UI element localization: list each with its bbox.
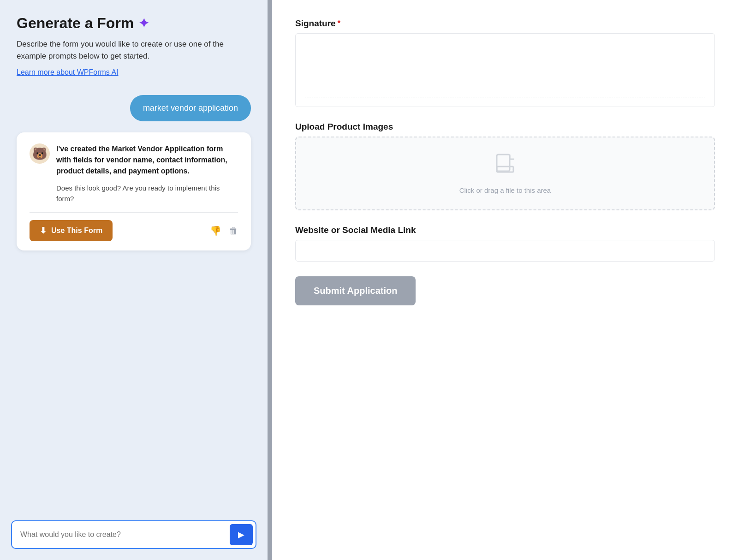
signature-line bbox=[305, 97, 705, 97]
sparkle-icon: ✦ bbox=[138, 17, 149, 30]
input-wrapper: ▶ bbox=[11, 520, 256, 549]
signature-label: Signature * bbox=[295, 18, 715, 29]
avatar: 🐻 bbox=[30, 143, 50, 164]
panel-header: Generate a Form ✦ Describe the form you … bbox=[17, 15, 251, 89]
panel-description: Describe the form you would like to crea… bbox=[17, 38, 251, 62]
website-label: Website or Social Media Link bbox=[295, 225, 715, 235]
svg-rect-0 bbox=[497, 155, 510, 171]
response-sub-text: Does this look good? Are you ready to im… bbox=[56, 183, 238, 204]
response-content: I've created the Market Vendor Applicati… bbox=[56, 143, 238, 212]
title-text: Generate a Form bbox=[17, 15, 134, 32]
panel-title: Generate a Form ✦ bbox=[17, 15, 251, 32]
upload-label: Upload Product Images bbox=[295, 122, 715, 132]
svg-point-2 bbox=[513, 169, 514, 170]
divider bbox=[30, 212, 238, 213]
submit-label: Submit Application bbox=[314, 286, 397, 296]
thumbs-down-icon[interactable]: 👎 bbox=[210, 225, 221, 236]
card-actions: 👎 🗑 bbox=[210, 225, 238, 236]
signature-section: Signature * bbox=[295, 18, 715, 107]
learn-more-link[interactable]: Learn more about WPForms AI bbox=[17, 68, 119, 77]
response-card-header: 🐻 I've created the Market Vendor Applica… bbox=[30, 143, 238, 212]
required-star: * bbox=[338, 19, 340, 28]
signature-box[interactable] bbox=[295, 33, 715, 107]
upload-section: Upload Product Images Click or drag a fi… bbox=[295, 122, 715, 210]
response-card: 🐻 I've created the Market Vendor Applica… bbox=[17, 132, 251, 250]
left-panel: Generate a Form ✦ Describe the form you … bbox=[0, 0, 268, 560]
send-icon: ▶ bbox=[238, 530, 244, 540]
use-form-label: Use This Form bbox=[51, 226, 102, 235]
upload-icon bbox=[493, 153, 517, 182]
card-footer: ⬇ Use This Form 👎 🗑 bbox=[30, 220, 238, 241]
website-input[interactable] bbox=[295, 240, 715, 262]
trash-icon[interactable]: 🗑 bbox=[229, 226, 238, 236]
chat-input-area: ▶ bbox=[0, 512, 268, 560]
panel-divider bbox=[268, 0, 272, 560]
send-button[interactable]: ▶ bbox=[230, 524, 253, 545]
right-panel: Signature * Upload Product Images Click … bbox=[272, 0, 738, 560]
website-section: Website or Social Media Link bbox=[295, 225, 715, 262]
prompt-bubble-wrapper: market vendor application bbox=[17, 95, 251, 121]
upload-box[interactable]: Click or drag a file to this area bbox=[295, 137, 715, 210]
use-form-button[interactable]: ⬇ Use This Form bbox=[30, 220, 113, 241]
submit-button[interactable]: Submit Application bbox=[295, 276, 416, 305]
response-main-text: I've created the Market Vendor Applicati… bbox=[56, 143, 238, 177]
prompt-bubble: market vendor application bbox=[130, 95, 251, 121]
chat-input[interactable] bbox=[12, 523, 227, 546]
download-icon: ⬇ bbox=[40, 226, 47, 236]
upload-text: Click or drag a file to this area bbox=[459, 186, 551, 194]
